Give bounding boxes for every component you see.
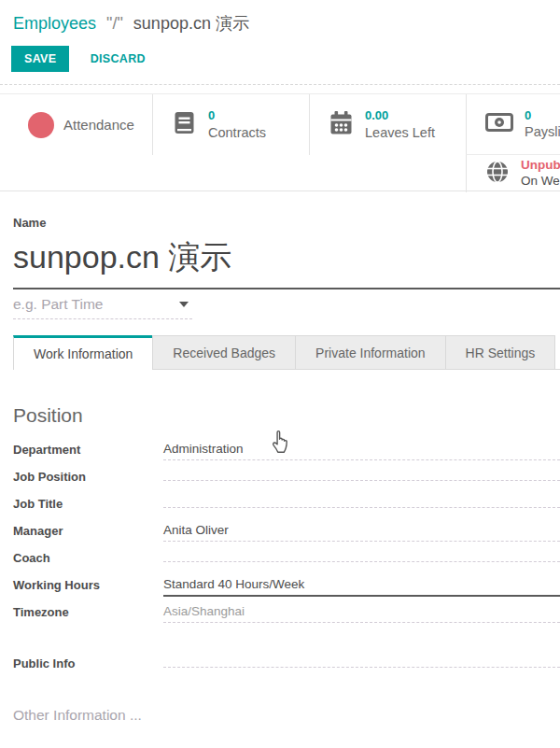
control-panel: SAVE DISCARD [0, 43, 560, 84]
payslips-stat-button[interactable]: 0 Payslips [466, 94, 560, 155]
caret-down-icon [179, 302, 189, 307]
calendar-icon [329, 110, 354, 140]
department-row: Department Administration [13, 438, 560, 465]
name-field-label: Name [13, 216, 560, 230]
form-sheet: Name sunpop.cn 演示 e.g. Part Time Work In… [0, 216, 560, 748]
timezone-row: Timezone Asia/Shanghai [13, 600, 560, 628]
leaves-left-stat-button[interactable]: 0.00 Leaves Left [309, 94, 466, 155]
department-label: Department [13, 438, 163, 457]
stat-value: 0 [525, 108, 560, 123]
stat-label: Contracts [208, 124, 266, 141]
stat-label: Payslips [525, 123, 560, 140]
public-info-input[interactable] [163, 652, 560, 668]
timezone-input[interactable]: Asia/Shanghai [163, 600, 560, 623]
name-input[interactable]: sunpop.cn 演示 [13, 230, 560, 289]
attendance-stat-button[interactable]: Attendance [0, 94, 152, 155]
stat-button-row: Attendance 0 Contracts [0, 93, 560, 191]
book-icon [172, 110, 197, 140]
notebook-tabs: Work Information Received Badges Private… [13, 335, 560, 370]
tab-work-information[interactable]: Work Information [13, 335, 153, 370]
breadcrumb-record-name: sunpop.cn 演示 [133, 14, 249, 33]
employee-form-page: Employees "/" sunpop.cn 演示 SAVE DISCARD … [0, 0, 560, 748]
position-section-title: Position [13, 404, 560, 427]
coach-label: Coach [13, 546, 163, 565]
tags-input[interactable]: e.g. Part Time [13, 296, 192, 319]
department-input[interactable]: Administration [163, 438, 560, 460]
job-title-row: Job Title [13, 492, 560, 519]
money-bill-icon [485, 111, 513, 137]
other-information-textarea[interactable]: Other Information ... [13, 707, 560, 748]
attendance-dot-icon [28, 112, 54, 138]
website-publish-stat-button[interactable]: Unpublished On Website [466, 155, 560, 192]
tags-placeholder: e.g. Part Time [13, 296, 103, 313]
breadcrumb-separator: "/" [106, 14, 123, 33]
working-hours-label: Working Hours [13, 573, 163, 592]
discard-button[interactable]: DISCARD [85, 46, 151, 72]
panel-divider [0, 84, 560, 85]
stat-value: 0 [208, 108, 266, 123]
manager-input[interactable]: Anita Oliver [163, 519, 560, 542]
stat-value: 0.00 [365, 108, 435, 123]
save-button[interactable]: SAVE [11, 46, 69, 72]
contracts-stat-button[interactable]: 0 Contracts [152, 94, 309, 155]
stat-label: Leaves Left [365, 124, 435, 141]
coach-input[interactable] [163, 546, 560, 562]
stat-value: Unpublished [521, 158, 560, 174]
stat-label: Attendance [63, 117, 134, 133]
public-info-label: Public Info [13, 652, 163, 670]
breadcrumb: Employees "/" sunpop.cn 演示 [0, 0, 560, 43]
job-title-label: Job Title [13, 492, 163, 511]
public-info-row: Public Info [13, 652, 560, 679]
job-position-row: Job Position [13, 465, 560, 492]
tab-private-information[interactable]: Private Information [295, 335, 446, 369]
working-hours-row: Working Hours Standard 40 Hours/Week [13, 573, 560, 600]
position-fields: Department Administration Job Position J… [13, 438, 560, 628]
stat-label: On Website [521, 174, 560, 190]
tab-received-badges[interactable]: Received Badges [152, 335, 296, 369]
manager-row: Manager Anita Oliver [13, 519, 560, 546]
working-hours-input[interactable]: Standard 40 Hours/Week [163, 573, 560, 597]
tab-hr-settings[interactable]: HR Settings [445, 335, 556, 369]
manager-label: Manager [13, 519, 163, 538]
coach-row: Coach [13, 546, 560, 573]
timezone-label: Timezone [13, 600, 163, 619]
breadcrumb-employees-link[interactable]: Employees [13, 14, 96, 33]
job-title-input[interactable] [163, 492, 560, 508]
globe-icon [485, 160, 510, 188]
job-position-label: Job Position [13, 465, 163, 484]
job-position-input[interactable] [163, 465, 560, 481]
